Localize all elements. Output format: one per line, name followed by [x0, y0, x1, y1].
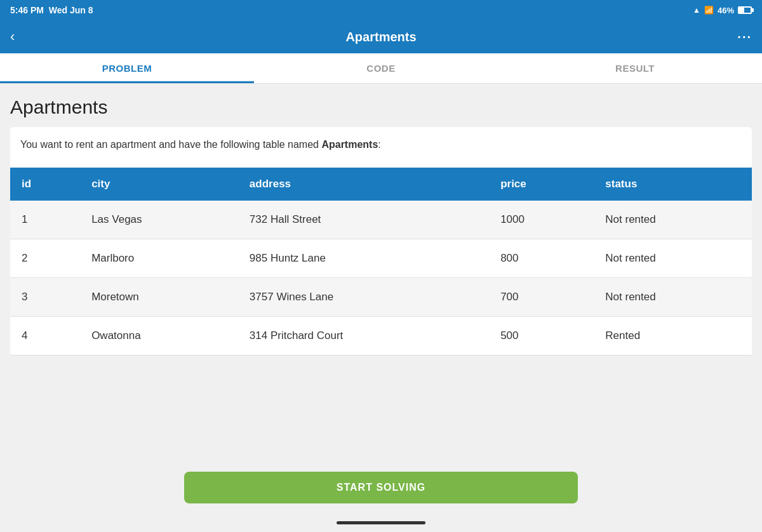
- cell-price: 800: [489, 239, 594, 278]
- tabs-container: PROBLEM CODE RESULT: [0, 53, 762, 84]
- tab-result[interactable]: RESULT: [508, 53, 762, 83]
- start-solving-button[interactable]: START SOLVING: [184, 472, 578, 503]
- table-header-row: id city address price status: [10, 168, 752, 201]
- cell-price: 700: [489, 278, 594, 317]
- header: ‹ Apartments ···: [0, 20, 762, 53]
- apartments-table-container: id city address price status 1Las Vegas7…: [10, 168, 752, 356]
- status-icons: ▲ 📶 46%: [693, 6, 752, 15]
- table-row: 3Moretown3757 Wines Lane700Not rented: [10, 278, 752, 317]
- header-title: Apartments: [345, 30, 416, 44]
- cell-address: 732 Hall Street: [238, 201, 489, 239]
- cell-status: Not rented: [594, 201, 752, 239]
- cell-id: 2: [10, 239, 80, 278]
- status-time-date: 5:46 PM Wed Jun 8: [10, 5, 93, 15]
- description-card: You want to rent an apartment and have t…: [10, 127, 752, 168]
- cell-status: Not rented: [594, 278, 752, 317]
- wifi-icon: 📶: [704, 6, 714, 15]
- cell-city: Marlboro: [80, 239, 238, 278]
- cell-address: 985 Huntz Lane: [238, 239, 489, 278]
- location-icon: ▲: [693, 6, 700, 15]
- back-button[interactable]: ‹: [10, 29, 15, 45]
- col-header-price: price: [489, 168, 594, 201]
- cell-city: Owatonna: [80, 317, 238, 356]
- description-text: You want to rent an apartment and have t…: [20, 137, 742, 152]
- cell-id: 3: [10, 278, 80, 317]
- cell-address: 314 Pritchard Court: [238, 317, 489, 356]
- page-title: Apartments: [10, 96, 752, 118]
- cell-status: Not rented: [594, 239, 752, 278]
- table-row: 4Owatonna314 Pritchard Court500Rented: [10, 317, 752, 356]
- cell-price: 500: [489, 317, 594, 356]
- col-header-id: id: [10, 168, 80, 201]
- cell-id: 4: [10, 317, 80, 356]
- cell-status: Rented: [594, 317, 752, 356]
- col-header-status: status: [594, 168, 752, 201]
- cell-city: Las Vegas: [80, 201, 238, 239]
- status-time: 5:46 PM: [10, 5, 44, 15]
- cell-address: 3757 Wines Lane: [238, 278, 489, 317]
- more-options-button[interactable]: ···: [737, 30, 752, 44]
- tab-code[interactable]: CODE: [254, 53, 508, 83]
- bottom-action-area: START SOLVING: [0, 462, 762, 513]
- content-area: Apartments You want to rent an apartment…: [0, 84, 762, 462]
- home-indicator: [0, 513, 762, 532]
- battery-percent: 46%: [718, 6, 734, 15]
- cell-city: Moretown: [80, 278, 238, 317]
- battery-icon: [738, 6, 752, 14]
- home-bar: [337, 521, 425, 524]
- table-row: 2Marlboro985 Huntz Lane800Not rented: [10, 239, 752, 278]
- status-bar: 5:46 PM Wed Jun 8 ▲ 📶 46%: [0, 0, 762, 20]
- col-header-city: city: [80, 168, 238, 201]
- table-row: 1Las Vegas732 Hall Street1000Not rented: [10, 201, 752, 239]
- tab-problem[interactable]: PROBLEM: [0, 53, 254, 83]
- apartments-table: id city address price status 1Las Vegas7…: [10, 168, 752, 356]
- col-header-address: address: [238, 168, 489, 201]
- status-date: Wed Jun 8: [49, 5, 93, 15]
- cell-id: 1: [10, 201, 80, 239]
- cell-price: 1000: [489, 201, 594, 239]
